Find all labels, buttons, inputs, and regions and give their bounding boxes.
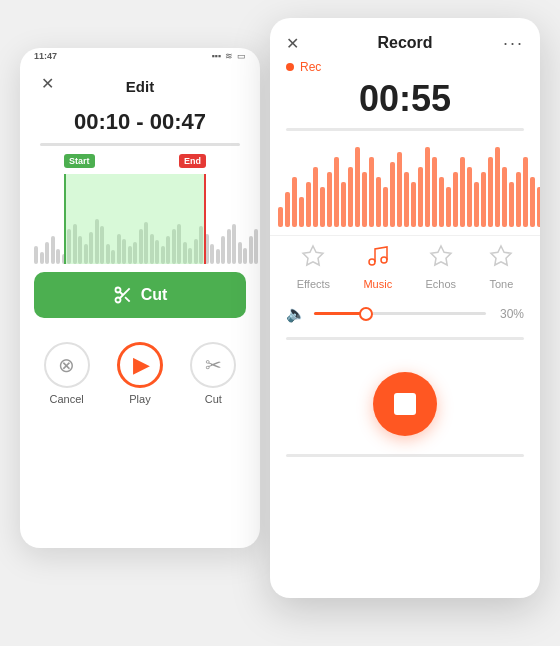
record-panel: ✕ Record ··· Rec 00:55 Effects M [270, 18, 540, 598]
svg-point-0 [115, 288, 120, 293]
svg-point-1 [115, 298, 120, 303]
edit-panel: 11:47 ▪▪▪ ≋ ▭ ✕ Edit 00:10 - 00:47 Start… [20, 48, 260, 548]
stop-button[interactable] [373, 372, 437, 436]
echos-label: Echos [425, 278, 456, 290]
record-waveform [270, 137, 540, 227]
svg-point-6 [369, 259, 375, 265]
cut-icon-circle: ✂ [190, 342, 236, 388]
music-label: Music [363, 278, 392, 290]
svg-point-7 [381, 257, 387, 263]
record-slider-bot [286, 454, 524, 457]
tab-echos[interactable]: Echos [425, 244, 456, 290]
record-close-icon[interactable]: ✕ [286, 34, 299, 53]
svg-marker-9 [491, 246, 511, 265]
rec-indicator: Rec [270, 58, 540, 74]
tab-music[interactable]: Music [363, 244, 392, 290]
scene: 11:47 ▪▪▪ ≋ ▭ ✕ Edit 00:10 - 00:47 Start… [20, 18, 540, 628]
tab-tone[interactable]: Tone [489, 244, 513, 290]
play-icon-circle: ▶ [117, 342, 163, 388]
record-more-icon[interactable]: ··· [503, 33, 524, 54]
cancel-action[interactable]: ⊗ Cancel [44, 342, 90, 405]
edit-waveform-selection[interactable]: Start End [64, 174, 206, 264]
echos-icon [429, 244, 453, 274]
record-slider-mid [286, 337, 524, 340]
play-label: Play [129, 393, 150, 405]
edit-title: Edit [126, 78, 154, 95]
cut-action[interactable]: ✂ Cut [190, 342, 236, 405]
cut-btn-area: Cut [34, 272, 246, 318]
edit-header: ✕ Edit [20, 64, 260, 103]
record-header: ✕ Record ··· [270, 18, 540, 58]
cancel-label: Cancel [50, 393, 84, 405]
edit-waveform-area: Start End [34, 154, 246, 264]
edit-close-icon[interactable]: ✕ [36, 73, 58, 95]
tab-effects[interactable]: Effects [297, 244, 330, 290]
volume-pct: 30% [494, 307, 524, 321]
cut-button[interactable]: Cut [34, 272, 246, 318]
volume-icon: 🔈 [286, 304, 306, 323]
svg-line-4 [119, 292, 122, 295]
signal-icon: ▪▪▪ [211, 51, 221, 61]
effects-icon [301, 244, 325, 274]
tabs-row: Effects Music Echos Tone [270, 235, 540, 290]
cut-scissors-small-icon: ✂ [205, 353, 222, 377]
svg-marker-8 [431, 246, 451, 265]
end-label: End [179, 154, 206, 168]
tone-icon [489, 244, 513, 274]
cut-action-label: Cut [205, 393, 222, 405]
music-icon [366, 244, 390, 274]
record-slider-top [286, 128, 524, 131]
effects-label: Effects [297, 278, 330, 290]
edit-actions: ⊗ Cancel ▶ Play ✂ Cut [20, 326, 260, 413]
rec-dot [286, 63, 294, 71]
edit-time-range: 00:10 - 00:47 [20, 103, 260, 139]
play-icon: ▶ [133, 352, 150, 378]
record-title: Record [377, 34, 432, 52]
play-action[interactable]: ▶ Play [117, 342, 163, 405]
rec-label: Rec [300, 60, 321, 74]
cancel-icon-circle: ⊗ [44, 342, 90, 388]
stop-btn-area [270, 352, 540, 450]
status-bar: 11:47 ▪▪▪ ≋ ▭ [20, 48, 260, 64]
status-icons: ▪▪▪ ≋ ▭ [211, 51, 246, 61]
tone-label: Tone [489, 278, 513, 290]
svg-marker-5 [303, 246, 323, 265]
cancel-icon: ⊗ [58, 353, 75, 377]
volume-track[interactable] [314, 312, 486, 315]
stop-square-icon [394, 393, 416, 415]
volume-thumb[interactable] [359, 307, 373, 321]
record-timer: 00:55 [270, 74, 540, 126]
battery-icon: ▭ [237, 51, 246, 61]
wifi-icon: ≋ [225, 51, 233, 61]
edit-progress-bar[interactable] [40, 143, 240, 146]
volume-row: 🔈 30% [270, 290, 540, 329]
cut-scissors-icon [113, 285, 133, 305]
status-time: 11:47 [34, 51, 57, 61]
svg-line-3 [125, 297, 130, 302]
start-label: Start [64, 154, 95, 168]
cut-label: Cut [141, 286, 168, 304]
